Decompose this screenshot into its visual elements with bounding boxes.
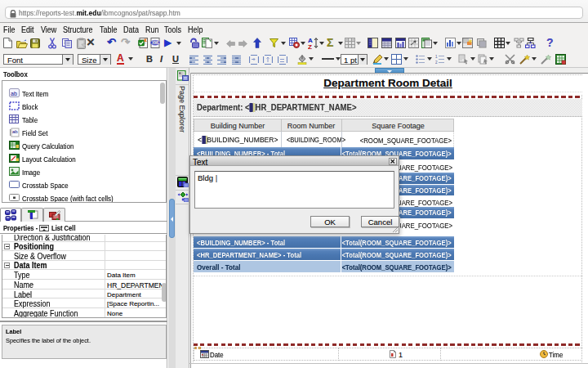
svg-text:XML: XML [152, 41, 160, 45]
svg-text:ab: ab [11, 91, 17, 96]
svg-text:1: 1 [435, 55, 438, 59]
svg-text:2: 2 [435, 61, 438, 65]
svg-text:ab: ab [12, 129, 18, 134]
svg-text:Z: Z [308, 43, 312, 50]
